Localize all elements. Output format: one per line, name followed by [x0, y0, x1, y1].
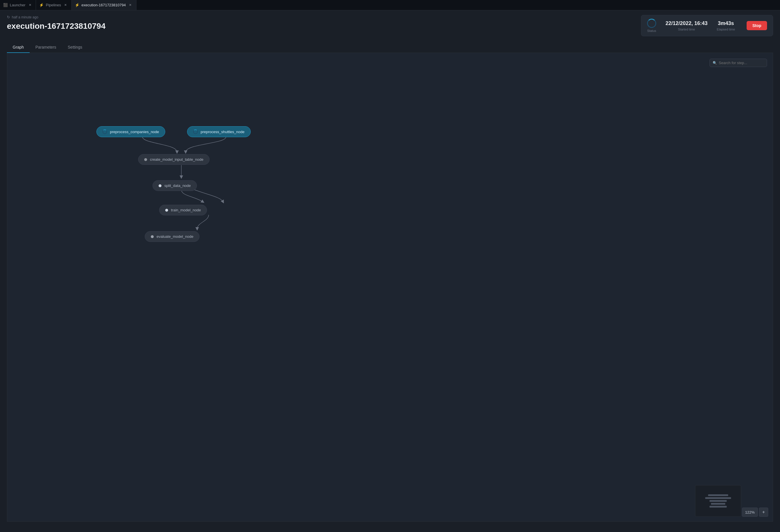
tab-execution-label: execution-1671723810794 [82, 3, 126, 7]
status-spinner-icon [647, 19, 656, 28]
pending-dot-white-icon [159, 184, 161, 187]
tab-settings[interactable]: Settings [62, 42, 88, 53]
node-preprocess-companies[interactable]: preprocess_companies_node [96, 126, 165, 137]
mini-bar-4 [711, 503, 725, 505]
node-preprocess-shuttles-label: preprocess_shuttles_node [201, 130, 245, 134]
search-input[interactable] [719, 61, 764, 65]
node-create-model-label: create_model_input_table_node [150, 157, 203, 162]
pending-dot-icon-2 [151, 235, 154, 238]
tab-parameters[interactable]: Parameters [30, 42, 62, 53]
mini-bar-1 [708, 494, 728, 496]
node-evaluate-model[interactable]: evaluate_model_node [145, 231, 199, 242]
refresh-row: ↻ half a minute ago [7, 15, 105, 19]
tab-launcher-label: Launcher [10, 3, 25, 7]
zoom-level: 122% [742, 508, 758, 517]
pending-dot-icon [144, 158, 147, 161]
status-item-running: Status [647, 19, 656, 33]
started-time-label: Started time [678, 28, 695, 31]
refresh-icon[interactable]: ↻ [7, 15, 10, 19]
node-split-data-label: split_data_node [164, 183, 191, 188]
running-spinner-icon [102, 129, 107, 134]
launcher-icon: ⬛ [3, 3, 7, 7]
tab-graph[interactable]: Graph [7, 42, 30, 53]
mini-bar-5 [710, 506, 727, 508]
search-box[interactable]: 🔍 [710, 59, 767, 67]
mini-map-inner [705, 494, 731, 508]
header-left: ↻ half a minute ago execution-1671723810… [7, 15, 105, 31]
main-content: ↻ half a minute ago execution-1671723810… [0, 10, 780, 526]
tab-execution-close[interactable]: ✕ [128, 3, 133, 7]
header-row: ↻ half a minute ago execution-1671723810… [7, 15, 773, 36]
tab-execution[interactable]: ⚡ execution-1671723810794 ✕ [72, 0, 136, 10]
tab-launcher[interactable]: ⬛ Launcher ✕ [0, 0, 36, 10]
node-split-data[interactable]: split_data_node [153, 180, 197, 191]
pipelines-icon: ⚡ [39, 3, 43, 7]
graph-area: 🔍 prepro [7, 53, 773, 522]
node-evaluate-model-label: evaluate_model_node [157, 234, 193, 239]
node-train-model-label: train_model_node [171, 208, 201, 212]
elapsed-time-label: Elapsed time [717, 28, 735, 31]
status-item-started: 22/12/2022, 16:43 Started time [666, 20, 708, 31]
node-create-model-input[interactable]: create_model_input_table_node [138, 154, 209, 165]
node-train-model[interactable]: train_model_node [159, 205, 207, 215]
graph-arrows [7, 53, 773, 521]
tab-pipelines-close[interactable]: ✕ [63, 3, 68, 7]
elapsed-time-value: 3m43s [718, 20, 734, 26]
node-preprocess-shuttles[interactable]: preprocess_shuttles_node [187, 126, 251, 137]
mini-map [695, 485, 741, 517]
search-icon: 🔍 [713, 61, 717, 65]
mini-bar-2 [705, 497, 731, 499]
node-preprocess-companies-label: preprocess_companies_node [110, 130, 159, 134]
zoom-in-button[interactable]: + [759, 508, 768, 517]
started-time-value: 22/12/2022, 16:43 [666, 20, 708, 26]
mini-bar-3 [710, 500, 727, 502]
pending-dot-white-icon-2 [165, 209, 168, 212]
nav-tabs-row: Graph Parameters Settings [7, 42, 773, 53]
tab-pipelines[interactable]: ⚡ Pipelines ✕ [36, 0, 72, 10]
status-panel: Status 22/12/2022, 16:43 Started time 3m… [641, 15, 773, 36]
stop-button[interactable]: Stop [747, 21, 767, 30]
page-title: execution-1671723810794 [7, 21, 105, 31]
refresh-label: half a minute ago [12, 15, 38, 19]
status-item-elapsed: 3m43s Elapsed time [717, 20, 735, 31]
running-spinner-icon-2 [193, 129, 198, 134]
tab-bar: ⬛ Launcher ✕ ⚡ Pipelines ✕ ⚡ execution-1… [0, 0, 780, 10]
execution-icon: ⚡ [75, 3, 79, 7]
tab-launcher-close[interactable]: ✕ [28, 3, 32, 7]
tab-pipelines-label: Pipelines [46, 3, 61, 7]
status-label: Status [647, 29, 656, 33]
